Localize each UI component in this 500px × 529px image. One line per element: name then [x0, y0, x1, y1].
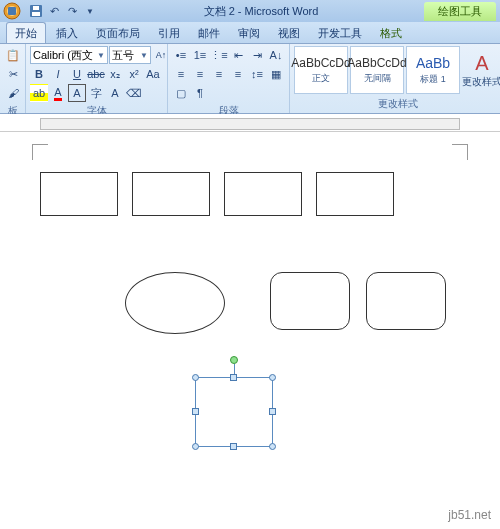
char-shading-icon[interactable]: A	[106, 84, 124, 102]
tab-layout[interactable]: 页面布局	[88, 23, 148, 43]
svg-rect-2	[8, 7, 16, 15]
resize-handle-w[interactable]	[192, 408, 199, 415]
format-painter-icon[interactable]: 🖌	[4, 84, 22, 102]
resize-handle-n[interactable]	[230, 374, 237, 381]
shading-icon[interactable]: ▦	[267, 65, 285, 83]
decrease-indent-icon[interactable]: ⇤	[229, 46, 247, 64]
shape-rectangle[interactable]	[316, 172, 394, 216]
redo-icon[interactable]: ↷	[64, 3, 80, 19]
sort-icon[interactable]: A↓	[267, 46, 285, 64]
shape-rectangle[interactable]	[40, 172, 118, 216]
increase-indent-icon[interactable]: ⇥	[248, 46, 266, 64]
window-title: 文档 2 - Microsoft Word	[98, 4, 424, 19]
cut-icon[interactable]: ✂	[4, 65, 22, 83]
style-nospacing[interactable]: AaBbCcDd 无间隔	[350, 46, 404, 94]
tab-references[interactable]: 引用	[150, 23, 188, 43]
tab-start[interactable]: 开始	[6, 22, 46, 43]
change-styles-button[interactable]: A 更改样式	[462, 46, 500, 95]
margin-corner-tr	[452, 144, 468, 160]
undo-icon[interactable]: ↶	[46, 3, 62, 19]
watermark: jb51.net	[445, 507, 494, 523]
shape-rectangle[interactable]	[132, 172, 210, 216]
chevron-down-icon: ▼	[97, 51, 105, 60]
bold-button[interactable]: B	[30, 65, 48, 83]
svg-rect-5	[33, 6, 39, 10]
shape-rectangle[interactable]	[224, 172, 302, 216]
resize-handle-ne[interactable]	[269, 374, 276, 381]
shape-rounded-rectangle[interactable]	[366, 272, 446, 330]
italic-button[interactable]: I	[49, 65, 67, 83]
shape-rounded-rectangle[interactable]	[270, 272, 350, 330]
rotation-handle[interactable]	[230, 356, 238, 364]
tab-review[interactable]: 审阅	[230, 23, 268, 43]
tab-insert[interactable]: 插入	[48, 23, 86, 43]
number-list-icon[interactable]: 1≡	[191, 46, 209, 64]
underline-button[interactable]: U	[68, 65, 86, 83]
font-color-icon[interactable]: A	[49, 84, 67, 102]
document-canvas[interactable]: jb51.net	[0, 132, 500, 529]
change-styles-icon: A	[475, 52, 488, 75]
paste-icon[interactable]: 📋	[4, 46, 22, 64]
phonetic-icon[interactable]: 字	[87, 84, 105, 102]
change-case-button[interactable]: Aa	[144, 65, 162, 83]
tab-mailings[interactable]: 邮件	[190, 23, 228, 43]
resize-handle-sw[interactable]	[192, 443, 199, 450]
borders-icon[interactable]: ▢	[172, 84, 190, 102]
line-spacing-icon[interactable]: ↕≡	[248, 65, 266, 83]
align-center-icon[interactable]: ≡	[191, 65, 209, 83]
style-heading1[interactable]: AaBb 标题 1	[406, 46, 460, 94]
tab-view[interactable]: 视图	[270, 23, 308, 43]
group-styles-label: 更改样式	[294, 95, 500, 111]
shape-selected-rectangle[interactable]	[195, 377, 273, 447]
align-right-icon[interactable]: ≡	[210, 65, 228, 83]
margin-corner-tl	[32, 144, 48, 160]
chevron-down-icon: ▼	[140, 51, 148, 60]
office-button[interactable]	[0, 0, 24, 22]
font-size-select[interactable]: 五号▼	[109, 46, 151, 64]
tab-developer[interactable]: 开发工具	[310, 23, 370, 43]
ribbon: 📋 ✂ 🖌 板 Calibri (西文▼ 五号▼ A↑ B I U abc x₂…	[0, 44, 500, 114]
char-border-icon[interactable]: A	[68, 84, 86, 102]
resize-handle-se[interactable]	[269, 443, 276, 450]
context-tab-label: 绘图工具	[424, 2, 496, 21]
svg-rect-4	[32, 12, 40, 16]
justify-icon[interactable]: ≡	[229, 65, 247, 83]
style-normal[interactable]: AaBbCcDd 正文	[294, 46, 348, 94]
resize-handle-nw[interactable]	[192, 374, 199, 381]
strike-button[interactable]: abc	[87, 65, 105, 83]
superscript-button[interactable]: x²	[125, 65, 143, 83]
ribbon-tabs: 开始 插入 页面布局 引用 邮件 审阅 视图 开发工具 格式	[0, 22, 500, 44]
resize-handle-s[interactable]	[230, 443, 237, 450]
subscript-button[interactable]: x₂	[106, 65, 124, 83]
show-marks-icon[interactable]: ¶	[191, 84, 209, 102]
resize-handle-e[interactable]	[269, 408, 276, 415]
highlight-icon[interactable]: ab	[30, 84, 48, 102]
ruler[interactable]	[0, 114, 500, 132]
clear-format-icon[interactable]: ⌫	[125, 84, 143, 102]
align-left-icon[interactable]: ≡	[172, 65, 190, 83]
save-icon[interactable]	[28, 3, 44, 19]
bullet-list-icon[interactable]: •≡	[172, 46, 190, 64]
multilevel-list-icon[interactable]: ⋮≡	[210, 46, 228, 64]
tab-format[interactable]: 格式	[372, 23, 410, 43]
font-name-select[interactable]: Calibri (西文▼	[30, 46, 108, 64]
qat-dropdown-icon[interactable]: ▼	[82, 3, 98, 19]
shape-ellipse[interactable]	[125, 272, 225, 334]
